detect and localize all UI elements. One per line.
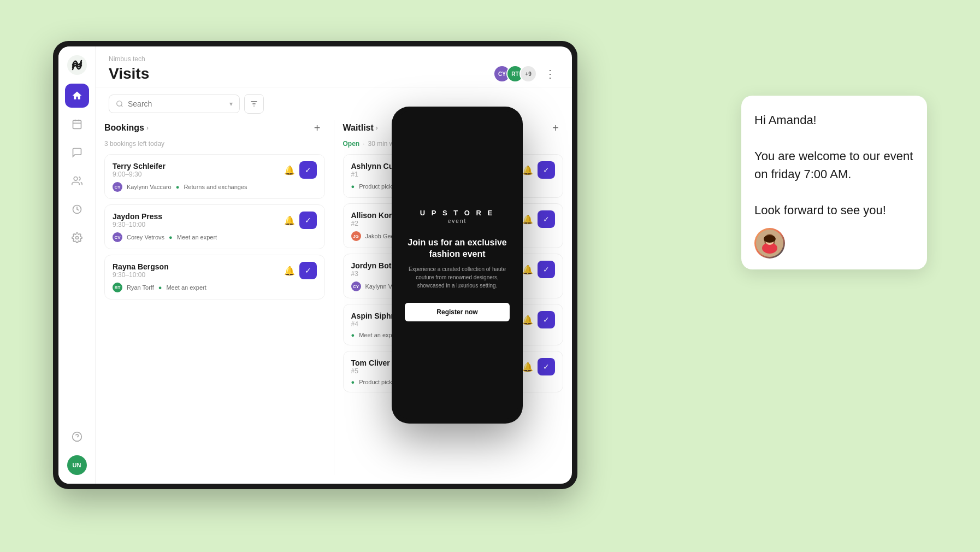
chat-message1: You are welcome to our event on friday 7… (754, 149, 913, 181)
booking-card: Jaydon Press 9:30–10:00 🔔 ✓ CV (104, 204, 325, 249)
chat-greeting: Hi Amanda! (754, 113, 817, 127)
booking-time: 9:30–10:00 (113, 221, 162, 228)
search-box[interactable]: ▾ (109, 95, 240, 113)
filter-icon (250, 99, 258, 108)
svg-point-10 (117, 101, 122, 106)
top-bar-actions: CY RT +9 ⋮ (493, 65, 559, 83)
check-button[interactable]: ✓ (538, 311, 555, 328)
check-button[interactable]: ✓ (299, 161, 317, 179)
check-button[interactable]: ✓ (538, 358, 555, 375)
tag-dot: ● (351, 379, 355, 385)
bell-icon[interactable]: 🔔 (284, 266, 295, 276)
assignee-avatar: RT (113, 283, 122, 292)
booking-tag: Meet an expert (177, 234, 217, 240)
chat-bubble: Hi Amanda! You are welcome to our event … (741, 96, 927, 269)
page-title: Visits (109, 65, 149, 83)
bookings-chevron: › (146, 124, 149, 132)
sidebar: UN (58, 46, 96, 484)
booking-time: 9:00–9:30 (113, 171, 166, 178)
bell-icon[interactable]: 🔔 (522, 362, 533, 372)
check-button[interactable]: ✓ (538, 261, 555, 278)
svg-rect-1 (73, 120, 81, 128)
phone-description: Experience a curated collection of haute… (405, 265, 510, 290)
search-dropdown-arrow[interactable]: ▾ (229, 100, 233, 108)
booking-name: Rayna Bergson (113, 262, 169, 271)
assignee-avatar: CY (113, 182, 122, 192)
check-button[interactable]: ✓ (538, 210, 555, 228)
register-button[interactable]: Register now (405, 303, 510, 321)
add-booking-button[interactable]: + (310, 120, 325, 136)
avatar-image (756, 230, 783, 257)
assignee-name: Corey Vetrovs (127, 234, 164, 240)
svg-point-5 (74, 177, 78, 181)
phone-headline: Join us for an exclusive fashion event (405, 237, 510, 260)
assignee-avatar: CV (113, 232, 122, 242)
more-button[interactable]: ⋮ (541, 65, 559, 83)
phone-screen: U P S T O R E event Join us for an exclu… (396, 111, 518, 419)
chat-user-avatar (754, 228, 785, 259)
search-icon (116, 100, 123, 108)
assignee-avatar: JG (351, 231, 361, 241)
bookings-title: Bookings › (104, 123, 149, 133)
bell-icon[interactable]: 🔔 (284, 165, 295, 175)
check-button[interactable]: ✓ (299, 262, 317, 279)
app-logo (67, 55, 87, 75)
assignee-avatar: CY (351, 281, 361, 291)
sidebar-item-people[interactable] (65, 169, 89, 193)
check-button[interactable]: ✓ (299, 212, 317, 229)
booking-time: 9:30–10:00 (113, 271, 169, 279)
sidebar-item-clock[interactable] (65, 197, 89, 221)
search-input[interactable] (128, 99, 225, 108)
tag-dot: ● (176, 184, 180, 190)
sidebar-item-home[interactable] (65, 84, 89, 108)
svg-point-7 (75, 237, 78, 239)
waitlist-status: Open (343, 140, 360, 148)
chat-message2: Look forward to see you! (754, 203, 886, 217)
bell-icon[interactable]: 🔔 (522, 315, 533, 325)
help-icon[interactable] (65, 425, 89, 449)
booking-meta: CV Corey Vetrovs ● Meet an expert (113, 232, 317, 242)
booking-list: Terry Schleifer 9:00–9:30 🔔 ✓ (104, 154, 325, 300)
add-waitlist-button[interactable]: + (548, 120, 563, 136)
filter-button[interactable] (244, 94, 264, 114)
booking-card: Terry Schleifer 9:00–9:30 🔔 ✓ (104, 154, 325, 199)
booking-name: Terry Schleifer (113, 162, 166, 171)
waitlist-title: Waitlist › (343, 123, 378, 133)
waitlist-chevron: › (376, 124, 378, 132)
tag-dot: ● (169, 234, 173, 240)
tag-dot: ● (351, 183, 355, 190)
chat-message: Hi Amanda! You are welcome to our event … (754, 111, 914, 219)
check-button[interactable]: ✓ (538, 161, 555, 179)
bookings-column: Bookings › + 3 bookings left today (104, 120, 334, 475)
upstore-logo: U P S T O R E (420, 209, 494, 217)
booking-name: Jaydon Press (113, 212, 162, 221)
sidebar-item-chat[interactable] (65, 140, 89, 165)
waitlist-number: #5 (351, 367, 390, 375)
bell-icon[interactable]: 🔔 (284, 215, 295, 226)
booking-tag: Returns and exchanges (184, 184, 247, 190)
booking-meta: CY Kaylynn Vaccaro ● Returns and exchang… (113, 182, 317, 192)
phone-device: U P S T O R E event Join us for an exclu… (392, 107, 523, 424)
assignee-name: Ryan Torff (127, 284, 154, 291)
upstore-sub: event (448, 218, 467, 224)
booking-meta: RT Ryan Torff ● Meet an expert (113, 283, 317, 292)
sidebar-item-settings[interactable] (65, 226, 89, 250)
waitlist-name: Tom Cliver (351, 359, 390, 367)
avatar-count: +9 (519, 65, 537, 83)
avatar-stack: CY RT +9 (493, 65, 537, 83)
bell-icon[interactable]: 🔔 (522, 214, 533, 225)
tag-dot: ● (351, 332, 355, 338)
company-name: Nimbus tech (109, 55, 559, 63)
top-bar: Nimbus tech Visits CY RT +9 ⋮ (96, 46, 572, 87)
bell-icon[interactable]: 🔔 (522, 165, 533, 175)
booking-card: Rayna Bergson 9:30–10:00 🔔 ✓ R (104, 255, 325, 300)
assignee-name: Kaylynn Vaccaro (127, 184, 172, 190)
svg-point-18 (764, 235, 776, 243)
sidebar-item-calendar[interactable] (65, 112, 89, 136)
user-avatar[interactable]: UN (67, 455, 87, 475)
bookings-subtitle: 3 bookings left today (104, 140, 325, 148)
tag-dot: ● (158, 284, 162, 291)
bell-icon[interactable]: 🔔 (522, 265, 533, 275)
booking-tag: Meet an expert (166, 284, 206, 291)
